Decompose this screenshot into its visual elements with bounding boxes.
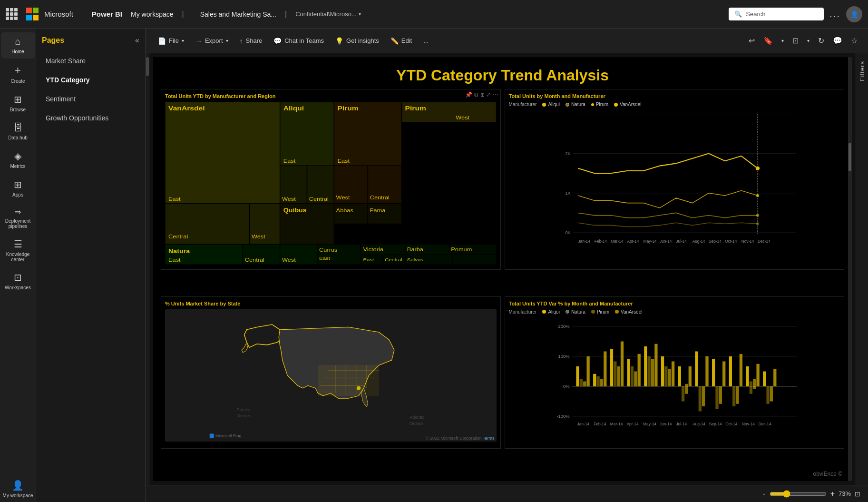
bar-chart-area[interactable]: 200% 100% 0% -100% — [509, 316, 840, 436]
page-item-sentiment[interactable]: Sentiment — [42, 90, 139, 108]
file-button[interactable]: 📄 File ▾ — [153, 34, 189, 48]
bookmark-chevron-button[interactable]: ▾ — [779, 35, 787, 46]
sidebar-create-label: Create — [10, 79, 25, 84]
svg-rect-106 — [593, 374, 596, 386]
zoom-minus-button[interactable]: - — [763, 490, 765, 498]
sidebar-item-browse[interactable]: ⊞ Browse — [1, 90, 35, 117]
search-placeholder: Search — [746, 10, 765, 18]
svg-text:Oct-14: Oct-14 — [725, 239, 737, 244]
svg-text:Jul-14: Jul-14 — [676, 239, 687, 244]
sidebar-item-deployment[interactable]: ⇒ Deployment pipelines — [1, 204, 35, 233]
get-insights-button[interactable]: 💡 Get insights — [331, 34, 384, 48]
view-button[interactable]: ⊡ — [790, 33, 801, 48]
left-scrollbar[interactable] — [146, 53, 149, 485]
svg-text:Jan-14: Jan-14 — [577, 421, 589, 426]
svg-text:East: East — [283, 158, 296, 164]
create-icon: + — [15, 64, 21, 77]
sidebar-item-workspaces[interactable]: ⊡ Workspaces — [1, 268, 35, 295]
share-button[interactable]: ↑ Share — [235, 34, 267, 48]
svg-text:Aug-14: Aug-14 — [692, 421, 705, 426]
comments-button[interactable]: 💬 — [830, 33, 845, 48]
topbar-more-button[interactable]: ... — [829, 9, 840, 20]
sidebar-home-label: Home — [11, 49, 24, 55]
svg-rect-104 — [583, 381, 586, 386]
svg-rect-118 — [644, 346, 647, 386]
sidebar-item-create[interactable]: + Create — [1, 60, 35, 88]
insights-icon: 💡 — [335, 37, 343, 45]
svg-point-75 — [756, 214, 759, 217]
copyright-label: © 2022 Microsoft Corporation Terms — [426, 436, 495, 441]
search-icon: 🔍 — [734, 10, 742, 18]
svg-rect-102 — [576, 366, 579, 386]
my-workspace-icon: 👤 — [12, 480, 24, 491]
undo-button[interactable]: ↩ — [746, 33, 758, 48]
watermark: obviEnce © — [813, 471, 842, 477]
pages-panel: Pages « Market Share YTD Category Sentim… — [36, 29, 146, 502]
sidebar-item-apps[interactable]: ⊞ Apps — [1, 175, 35, 202]
svg-rect-130 — [695, 351, 698, 386]
treemap-chart: Total Units YTD by Manufacturer and Regi… — [161, 89, 501, 270]
sidebar-item-home[interactable]: ⌂ Home — [1, 32, 35, 59]
sidebar-workspaces-label: Workspaces — [5, 285, 31, 291]
svg-rect-138 — [729, 356, 731, 386]
page-item-ytd-category[interactable]: YTD Category — [42, 71, 139, 89]
edit-button[interactable]: ✏️ Edit — [386, 34, 417, 48]
confidential-label[interactable]: Confidential\Microso... ▾ — [295, 10, 361, 18]
sidebar-datahub-label: Data hub — [8, 135, 28, 141]
sidebar: ⌂ Home + Create ⊞ Browse 🗄 Data hub ◈ Me… — [0, 29, 36, 502]
view-chevron-button[interactable]: ▾ — [804, 35, 812, 46]
expand-icon[interactable]: ⤢ — [486, 91, 491, 98]
refresh-button[interactable]: ↻ — [815, 33, 827, 48]
chat-in-teams-button[interactable]: 💬 Chat in Teams — [269, 34, 329, 48]
filter-icon[interactable]: ⧗ — [480, 91, 484, 98]
copy-icon[interactable]: ⧉ — [474, 91, 478, 98]
export-button[interactable]: → Export ▾ — [191, 34, 233, 48]
svg-rect-114 — [627, 359, 630, 386]
user-avatar[interactable]: 👤 — [846, 6, 862, 22]
workspace-label[interactable]: My workspace — [131, 10, 173, 18]
page-item-market-share[interactable]: Market Share — [42, 52, 139, 69]
microsoft-label: Microsoft — [44, 10, 73, 18]
svg-text:200%: 200% — [558, 324, 570, 329]
filters-panel[interactable]: Filters — [856, 53, 868, 485]
svg-text:Sep-14: Sep-14 — [709, 421, 722, 426]
svg-text:2K: 2K — [565, 151, 571, 156]
zoom-plus-button[interactable]: + — [830, 490, 835, 498]
svg-text:Dec-14: Dec-14 — [758, 421, 771, 426]
sidebar-item-my-workspace[interactable]: 👤 My workspace — [1, 476, 35, 502]
collapse-pages-button[interactable]: « — [135, 36, 139, 45]
svg-point-74 — [756, 194, 759, 197]
line-chart-area[interactable]: 0K 1K 2K Jan-14 Feb-14 Mar-14 Apr-14 May… — [509, 109, 840, 257]
svg-rect-131 — [698, 386, 701, 412]
sidebar-metrics-label: Metrics — [10, 164, 25, 169]
bookmark-button[interactable]: 🔖 — [761, 33, 776, 48]
topbar-separator: | — [182, 10, 184, 19]
terms-link[interactable]: Terms — [483, 436, 495, 441]
search-box[interactable]: 🔍 Search — [729, 8, 824, 20]
page-item-growth-opportunities[interactable]: Growth Opportunities — [42, 109, 139, 127]
svg-text:Abbas: Abbas — [336, 207, 353, 214]
sidebar-item-metrics[interactable]: ◈ Metrics — [1, 147, 35, 173]
filters-label[interactable]: Filters — [858, 61, 866, 81]
sidebar-knowledge-label: Knowledge center — [3, 252, 33, 262]
chart1-more-icon[interactable]: ⋯ — [493, 91, 498, 98]
favorite-button[interactable]: ☆ — [848, 33, 860, 48]
svg-text:100%: 100% — [558, 354, 570, 359]
toolbar-more-button[interactable]: ... — [419, 34, 433, 47]
svg-rect-0 — [165, 102, 280, 204]
line-chart-svg: 0K 1K 2K Jan-14 Feb-14 Mar-14 Apr-14 May… — [509, 109, 840, 257]
charts-grid: Total Units YTD by Manufacturer and Regi… — [153, 89, 852, 475]
apps-grid-button[interactable] — [6, 8, 18, 20]
pin-icon[interactable]: 📌 — [465, 91, 472, 98]
zoom-slider[interactable] — [770, 490, 827, 498]
svg-rect-109 — [604, 351, 606, 386]
sidebar-item-knowledge[interactable]: ☰ Knowledge center — [1, 235, 35, 266]
zoom-controls: - + 73% ⊡ — [763, 490, 860, 498]
svg-rect-134 — [712, 359, 715, 386]
fit-page-button[interactable]: ⊡ — [855, 490, 860, 498]
svg-rect-121 — [654, 344, 657, 386]
map-area[interactable]: Pacific Ocean Atlantic Ocean NORTH AMERI… — [165, 309, 497, 442]
treemap-area[interactable]: VanArsdel East Central West Aliqui — [165, 102, 497, 265]
sidebar-item-data-hub[interactable]: 🗄 Data hub — [1, 118, 35, 145]
canvas-scrollbar[interactable] — [848, 57, 852, 481]
